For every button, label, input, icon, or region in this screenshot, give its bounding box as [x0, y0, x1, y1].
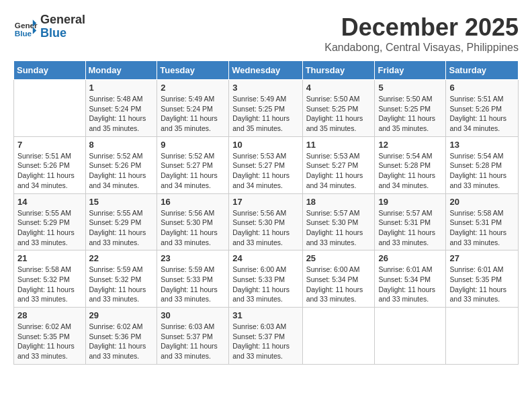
day-info: Sunrise: 5:55 AM Sunset: 5:29 PM Dayligh…: [89, 208, 154, 248]
calendar-cell: 8Sunrise: 5:52 AM Sunset: 5:26 PM Daylig…: [85, 136, 157, 193]
calendar-cell: 29Sunrise: 6:02 AM Sunset: 5:36 PM Dayli…: [85, 308, 157, 365]
day-info: Sunrise: 5:51 AM Sunset: 5:26 PM Dayligh…: [449, 94, 515, 134]
day-number: 11: [306, 140, 371, 150]
day-number: 26: [378, 253, 442, 263]
calendar-cell: 19Sunrise: 5:57 AM Sunset: 5:31 PM Dayli…: [375, 193, 446, 250]
day-info: Sunrise: 5:49 AM Sunset: 5:25 PM Dayligh…: [232, 94, 298, 134]
calendar-cell: 26Sunrise: 6:01 AM Sunset: 5:34 PM Dayli…: [375, 250, 446, 308]
calendar-week-row: 1Sunrise: 5:48 AM Sunset: 5:24 PM Daylig…: [14, 80, 519, 137]
calendar-cell: 24Sunrise: 6:00 AM Sunset: 5:33 PM Dayli…: [229, 250, 302, 308]
day-info: Sunrise: 5:56 AM Sunset: 5:30 PM Dayligh…: [161, 208, 225, 248]
day-number: 15: [89, 197, 154, 207]
day-number: 16: [161, 197, 225, 207]
day-header-saturday: Saturday: [446, 61, 519, 80]
day-number: 14: [17, 197, 82, 207]
calendar-cell: 15Sunrise: 5:55 AM Sunset: 5:29 PM Dayli…: [85, 193, 157, 250]
calendar-cell: 25Sunrise: 6:00 AM Sunset: 5:34 PM Dayli…: [302, 250, 375, 308]
day-info: Sunrise: 5:52 AM Sunset: 5:27 PM Dayligh…: [161, 151, 225, 191]
calendar-cell: 27Sunrise: 6:01 AM Sunset: 5:35 PM Dayli…: [446, 250, 519, 308]
calendar-body: 1Sunrise: 5:48 AM Sunset: 5:24 PM Daylig…: [14, 80, 519, 365]
location: Kandabong, Central Visayas, Philippines: [324, 42, 519, 54]
day-number: 27: [449, 253, 515, 263]
calendar-table: SundayMondayTuesdayWednesdayThursdayFrid…: [13, 60, 519, 365]
day-header-wednesday: Wednesday: [229, 61, 302, 80]
day-info: Sunrise: 5:53 AM Sunset: 5:27 PM Dayligh…: [306, 151, 371, 191]
day-number: 17: [232, 197, 298, 207]
day-number: 1: [89, 83, 154, 93]
day-info: Sunrise: 5:59 AM Sunset: 5:32 PM Dayligh…: [89, 265, 154, 304]
day-number: 18: [306, 197, 371, 207]
title-block: December 2025 Kandabong, Central Visayas…: [324, 13, 519, 54]
logo-text: General Blue: [40, 13, 85, 40]
page-header: General Blue General Blue December 2025 …: [13, 13, 519, 54]
day-info: Sunrise: 5:55 AM Sunset: 5:29 PM Dayligh…: [17, 208, 82, 248]
month-year: December 2025: [324, 13, 519, 42]
calendar-cell: [302, 308, 375, 365]
day-info: Sunrise: 5:51 AM Sunset: 5:26 PM Dayligh…: [17, 151, 82, 191]
day-number: 8: [89, 140, 154, 150]
calendar-cell: 4Sunrise: 5:50 AM Sunset: 5:25 PM Daylig…: [302, 80, 375, 137]
calendar-cell: 30Sunrise: 6:03 AM Sunset: 5:37 PM Dayli…: [157, 308, 229, 365]
calendar-week-row: 7Sunrise: 5:51 AM Sunset: 5:26 PM Daylig…: [14, 136, 519, 193]
day-info: Sunrise: 6:00 AM Sunset: 5:33 PM Dayligh…: [232, 265, 298, 304]
day-info: Sunrise: 5:50 AM Sunset: 5:25 PM Dayligh…: [378, 94, 442, 134]
day-info: Sunrise: 5:49 AM Sunset: 5:24 PM Dayligh…: [161, 94, 225, 134]
day-info: Sunrise: 6:02 AM Sunset: 5:36 PM Dayligh…: [89, 322, 154, 361]
day-number: 23: [161, 253, 225, 263]
day-number: 21: [17, 253, 82, 263]
day-number: 12: [378, 140, 442, 150]
calendar-cell: 22Sunrise: 5:59 AM Sunset: 5:32 PM Dayli…: [85, 250, 157, 308]
day-header-thursday: Thursday: [302, 61, 375, 80]
calendar-cell: 12Sunrise: 5:54 AM Sunset: 5:28 PM Dayli…: [375, 136, 446, 193]
calendar-cell: 20Sunrise: 5:58 AM Sunset: 5:31 PM Dayli…: [446, 193, 519, 250]
calendar-cell: 21Sunrise: 5:58 AM Sunset: 5:32 PM Dayli…: [14, 250, 86, 308]
day-number: 7: [17, 140, 82, 150]
day-number: 19: [378, 197, 442, 207]
calendar-cell: 11Sunrise: 5:53 AM Sunset: 5:27 PM Dayli…: [302, 136, 375, 193]
calendar-cell: 10Sunrise: 5:53 AM Sunset: 5:27 PM Dayli…: [229, 136, 302, 193]
day-info: Sunrise: 6:03 AM Sunset: 5:37 PM Dayligh…: [232, 322, 298, 361]
day-header-tuesday: Tuesday: [157, 61, 229, 80]
day-info: Sunrise: 5:58 AM Sunset: 5:31 PM Dayligh…: [449, 208, 515, 248]
calendar-cell: [375, 308, 446, 365]
day-number: 31: [232, 310, 298, 320]
day-info: Sunrise: 5:50 AM Sunset: 5:25 PM Dayligh…: [306, 94, 371, 134]
day-number: 24: [232, 253, 298, 263]
day-number: 25: [306, 253, 371, 263]
calendar-cell: 5Sunrise: 5:50 AM Sunset: 5:25 PM Daylig…: [375, 80, 446, 137]
day-number: 9: [161, 140, 225, 150]
day-number: 29: [89, 310, 154, 320]
day-info: Sunrise: 6:02 AM Sunset: 5:35 PM Dayligh…: [17, 322, 82, 361]
day-number: 6: [449, 83, 515, 93]
calendar-cell: 23Sunrise: 5:59 AM Sunset: 5:33 PM Dayli…: [157, 250, 229, 308]
day-header-friday: Friday: [375, 61, 446, 80]
calendar-cell: 17Sunrise: 5:56 AM Sunset: 5:30 PM Dayli…: [229, 193, 302, 250]
day-info: Sunrise: 5:54 AM Sunset: 5:28 PM Dayligh…: [449, 151, 515, 191]
day-info: Sunrise: 6:01 AM Sunset: 5:35 PM Dayligh…: [449, 265, 515, 304]
day-info: Sunrise: 5:56 AM Sunset: 5:30 PM Dayligh…: [232, 208, 298, 248]
calendar-cell: 3Sunrise: 5:49 AM Sunset: 5:25 PM Daylig…: [229, 80, 302, 137]
calendar-cell: 9Sunrise: 5:52 AM Sunset: 5:27 PM Daylig…: [157, 136, 229, 193]
day-info: Sunrise: 6:01 AM Sunset: 5:34 PM Dayligh…: [378, 265, 442, 304]
calendar-cell: 31Sunrise: 6:03 AM Sunset: 5:37 PM Dayli…: [229, 308, 302, 365]
svg-text:Blue: Blue: [15, 28, 32, 37]
calendar-cell: 1Sunrise: 5:48 AM Sunset: 5:24 PM Daylig…: [85, 80, 157, 137]
calendar-cell: 7Sunrise: 5:51 AM Sunset: 5:26 PM Daylig…: [14, 136, 86, 193]
day-number: 28: [17, 310, 82, 320]
day-number: 10: [232, 140, 298, 150]
day-number: 5: [378, 83, 442, 93]
day-info: Sunrise: 5:54 AM Sunset: 5:28 PM Dayligh…: [378, 151, 442, 191]
day-header-sunday: Sunday: [14, 61, 86, 80]
day-number: 22: [89, 253, 154, 263]
calendar-cell: 28Sunrise: 6:02 AM Sunset: 5:35 PM Dayli…: [14, 308, 86, 365]
calendar-week-row: 14Sunrise: 5:55 AM Sunset: 5:29 PM Dayli…: [14, 193, 519, 250]
day-number: 3: [232, 83, 298, 93]
day-info: Sunrise: 5:52 AM Sunset: 5:26 PM Dayligh…: [89, 151, 154, 191]
day-number: 13: [449, 140, 515, 150]
day-info: Sunrise: 5:57 AM Sunset: 5:30 PM Dayligh…: [306, 208, 371, 248]
day-info: Sunrise: 5:59 AM Sunset: 5:33 PM Dayligh…: [161, 265, 225, 304]
day-number: 2: [161, 83, 225, 93]
calendar-cell: 6Sunrise: 5:51 AM Sunset: 5:26 PM Daylig…: [446, 80, 519, 137]
day-info: Sunrise: 5:48 AM Sunset: 5:24 PM Dayligh…: [89, 94, 154, 134]
calendar-cell: 16Sunrise: 5:56 AM Sunset: 5:30 PM Dayli…: [157, 193, 229, 250]
